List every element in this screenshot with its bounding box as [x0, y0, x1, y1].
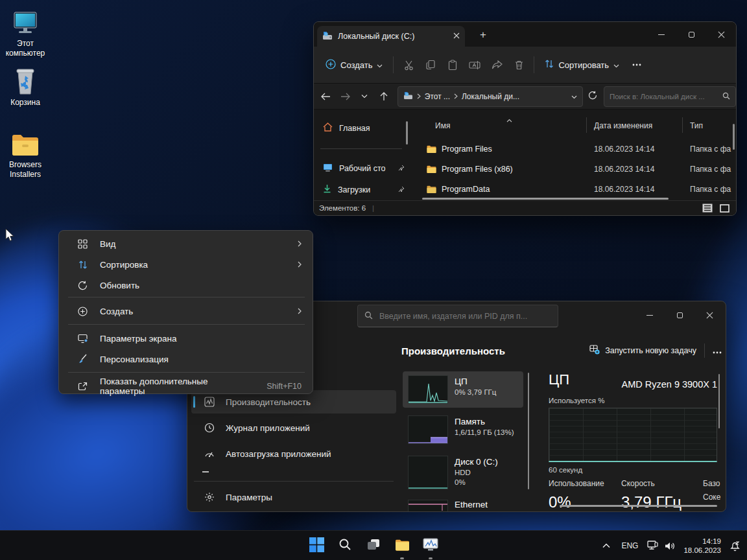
up-icon[interactable] — [374, 87, 394, 106]
explorer-window-controls — [650, 26, 732, 43]
refresh-icon[interactable] — [588, 91, 597, 102]
menu-item-sort[interactable]: Сортировка — [62, 254, 311, 275]
horizontal-scrollbar[interactable] — [560, 505, 717, 507]
folder-icon — [426, 165, 437, 174]
memory-card[interactable]: Память 1,6/11,9 ГБ (13%) — [403, 412, 523, 448]
sidebar-item-partial[interactable] — [202, 471, 209, 472]
cpu-card[interactable]: ЦП 0% 3,79 ГГц — [403, 371, 523, 408]
menu-item-display-settings[interactable]: Параметры экрана — [62, 328, 311, 349]
taskbar-search-button[interactable] — [331, 531, 359, 560]
column-header-modified[interactable]: Дата изменения — [594, 121, 652, 130]
explorer-search-input[interactable] — [610, 93, 722, 100]
breadcrumb-root[interactable]: Этот ... — [425, 92, 450, 101]
recent-locations-icon[interactable] — [355, 87, 374, 106]
more-options-icon[interactable] — [713, 345, 722, 356]
toolbar-divider — [393, 56, 394, 73]
column-divider[interactable] — [682, 117, 683, 133]
paste-icon[interactable] — [442, 54, 464, 75]
details-view-icon[interactable] — [701, 203, 714, 213]
column-header-type[interactable]: Тип — [690, 121, 703, 130]
file-name: ProgramData — [442, 185, 490, 194]
sort-button[interactable]: Сортировать — [538, 55, 626, 75]
taskbar-task-manager-button[interactable] — [416, 531, 445, 560]
desktop-icon-browsers-installers[interactable]: Browsers Installers — [0, 132, 51, 180]
task-manager-search[interactable] — [357, 305, 558, 327]
column-divider[interactable] — [586, 117, 587, 133]
pin-icon — [398, 185, 405, 194]
volume-icon[interactable] — [661, 536, 678, 555]
sidebar-item-label: Рабочий сто — [339, 164, 385, 173]
sidebar-item-desktop[interactable]: Рабочий сто — [323, 163, 405, 174]
desktop-icon-this-pc[interactable]: Этот компьютер — [0, 10, 51, 58]
task-manager-search-input[interactable] — [379, 312, 551, 321]
menu-item-create[interactable]: Создать — [62, 301, 311, 321]
drive-icon — [322, 31, 333, 42]
desktop-icon-recycle-bin[interactable]: Корзина — [0, 67, 51, 108]
menu-item-personalization[interactable]: Персонализация — [62, 349, 311, 369]
card-value: 0% 3,79 ГГц — [455, 388, 496, 396]
taskbar-file-explorer-button[interactable] — [388, 531, 416, 560]
task-view-button[interactable] — [359, 531, 388, 560]
more-options-icon[interactable] — [626, 54, 648, 75]
panel-list-scrollbar[interactable] — [528, 373, 529, 489]
file-row[interactable]: Program Files (x86) 18.06.2023 14:14 Пап… — [416, 159, 737, 179]
sidebar-item-app-history[interactable]: Журнал приложений — [191, 416, 396, 439]
menu-item-label: Обновить — [100, 281, 139, 290]
large-icons-view-icon[interactable] — [718, 203, 731, 213]
stat-label-usage: Использование — [549, 479, 604, 488]
language-indicator[interactable]: ENG — [621, 541, 638, 550]
menu-divider — [68, 297, 305, 298]
copy-icon[interactable] — [420, 54, 442, 75]
rename-icon[interactable] — [464, 54, 486, 75]
run-new-task-button[interactable]: Запустить новую задачу — [589, 345, 696, 356]
close-button[interactable] — [710, 26, 732, 43]
menu-item-show-more-options[interactable]: Показать дополнительные параметры Shift+… — [62, 376, 311, 397]
file-row[interactable]: ProgramData 18.06.2023 14:14 Папка с фа — [416, 180, 737, 199]
ethernet-mini-graph — [408, 500, 448, 512]
disk-card[interactable]: Диск 0 (C:) HDD 0% — [403, 452, 523, 493]
breadcrumb-current[interactable]: Локальный ди... — [462, 92, 567, 101]
close-button[interactable] — [698, 307, 720, 323]
explorer-search[interactable] — [604, 86, 736, 107]
minimize-button[interactable] — [639, 307, 661, 323]
vertical-scrollbar[interactable] — [718, 374, 720, 428]
cut-icon[interactable] — [397, 54, 420, 75]
share-icon[interactable] — [486, 54, 508, 75]
explorer-tab[interactable]: Локальный диск (C:) — [317, 26, 465, 47]
sidebar-scrollbar[interactable] — [406, 121, 408, 145]
desktop-context-menu: Вид Сортировка Обновить Создать Параметр… — [58, 230, 313, 394]
forward-icon[interactable] — [336, 87, 355, 106]
tab-close-icon[interactable] — [453, 32, 460, 41]
desktop: Этот компьютер Корзина Browsers Installe… — [0, 0, 747, 560]
ethernet-card[interactable]: Ethernet Ethernet — [403, 497, 523, 512]
sidebar-item-startup-apps[interactable]: Автозагрузка приложений — [191, 442, 396, 465]
column-header-name[interactable]: Имя — [435, 121, 450, 130]
maximize-button[interactable] — [680, 26, 702, 43]
create-button[interactable]: Создать — [319, 55, 389, 75]
cpu-usage-graph — [549, 408, 717, 462]
network-icon[interactable] — [645, 536, 661, 555]
sidebar-item-downloads[interactable]: Загрузки — [323, 184, 405, 195]
notification-bell-dnd-icon[interactable] — [726, 536, 743, 555]
sidebar-item-settings[interactable]: Параметры — [191, 485, 396, 509]
delete-icon[interactable] — [508, 54, 530, 75]
vertical-scrollbar[interactable] — [733, 124, 735, 150]
address-dropdown-icon[interactable] — [571, 92, 577, 101]
menu-item-refresh[interactable]: Обновить — [62, 275, 311, 296]
tray-overflow-chevron-icon[interactable] — [598, 536, 615, 555]
maximize-button[interactable] — [669, 307, 691, 323]
menu-item-view[interactable]: Вид — [62, 233, 311, 254]
back-icon[interactable] — [316, 87, 336, 106]
menu-item-label: Показать дополнительные параметры — [100, 377, 255, 396]
drive-icon — [403, 91, 413, 102]
minimize-button[interactable] — [650, 26, 672, 43]
file-row[interactable]: Program Files 18.06.2023 14:14 Папка с ф… — [416, 139, 737, 159]
taskbar-clock[interactable]: 14:19 18.06.2023 — [683, 537, 721, 555]
time-axis-label: 60 секунд — [549, 466, 582, 474]
horizontal-scrollbar[interactable] — [422, 198, 669, 200]
start-button[interactable] — [302, 531, 331, 560]
sidebar-item-home[interactable]: Главная — [323, 122, 405, 134]
new-tab-button[interactable]: + — [480, 29, 486, 41]
cpu-mini-graph — [408, 375, 448, 404]
breadcrumb[interactable]: Этот ... Локальный ди... — [397, 86, 583, 107]
